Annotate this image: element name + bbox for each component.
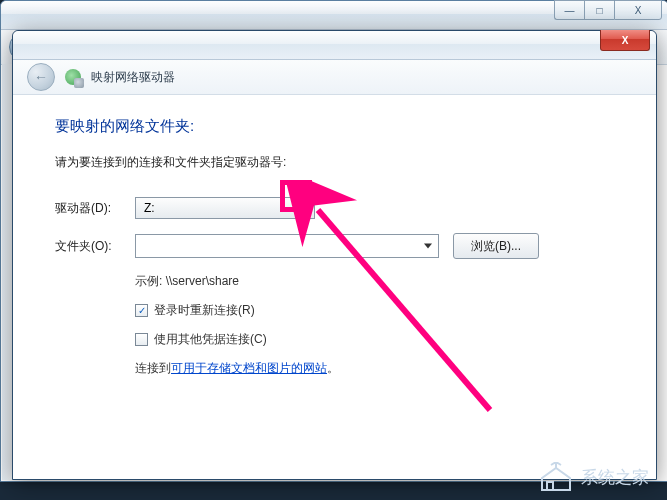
othercred-row: 使用其他凭据连接(C): [55, 331, 614, 348]
parent-window-controls: — □ X: [554, 0, 662, 20]
close-button[interactable]: X: [614, 0, 662, 20]
dialog-title: 映射网络驱动器: [91, 69, 175, 86]
dialog-titlebar: X: [13, 31, 656, 60]
map-network-drive-dialog: X ← 映射网络驱动器 要映射的网络文件夹: 请为要连接到的连接和文件夹指定驱动…: [12, 30, 657, 480]
link-prefix: 连接到: [135, 361, 171, 375]
dialog-heading: 要映射的网络文件夹:: [55, 117, 614, 136]
link-suffix: 。: [327, 361, 339, 375]
maximize-button[interactable]: □: [584, 0, 614, 20]
dialog-instruction: 请为要连接到的连接和文件夹指定驱动器号:: [55, 154, 614, 171]
watermark-logo-icon: [539, 462, 573, 492]
minimize-button[interactable]: —: [554, 0, 584, 20]
drive-select[interactable]: Z:: [135, 197, 315, 219]
drive-row: 驱动器(D): Z:: [55, 197, 614, 219]
watermark-text: 系统之家: [581, 466, 649, 489]
othercred-checkbox[interactable]: [135, 333, 148, 346]
reconnect-row: ✓ 登录时重新连接(R): [55, 302, 614, 319]
storage-link-row: 连接到可用于存储文档和图片的网站。: [55, 360, 614, 377]
back-button[interactable]: ←: [27, 63, 55, 91]
reconnect-label: 登录时重新连接(R): [154, 302, 255, 319]
folder-input[interactable]: [140, 236, 414, 256]
network-drive-icon: [65, 69, 81, 85]
parent-titlebar: — □ X: [1, 1, 667, 30]
folder-combobox[interactable]: [135, 234, 439, 258]
browse-button[interactable]: 浏览(B)...: [453, 233, 539, 259]
othercred-label: 使用其他凭据连接(C): [154, 331, 267, 348]
reconnect-checkbox[interactable]: ✓: [135, 304, 148, 317]
drive-value: Z:: [144, 201, 155, 215]
folder-label: 文件夹(O):: [55, 238, 135, 255]
chevron-down-icon: [300, 206, 308, 211]
dialog-body: 要映射的网络文件夹: 请为要连接到的连接和文件夹指定驱动器号: 驱动器(D): …: [13, 95, 656, 405]
example-text: 示例: \\server\share: [55, 273, 614, 290]
watermark: 系统之家: [539, 462, 649, 492]
drive-label: 驱动器(D):: [55, 200, 135, 217]
dialog-close-button[interactable]: X: [600, 30, 650, 51]
dialog-header: ← 映射网络驱动器: [13, 60, 656, 95]
folder-row: 文件夹(O): 浏览(B)...: [55, 233, 614, 259]
chevron-down-icon: [424, 244, 432, 249]
storage-website-link[interactable]: 可用于存储文档和图片的网站: [171, 361, 327, 375]
